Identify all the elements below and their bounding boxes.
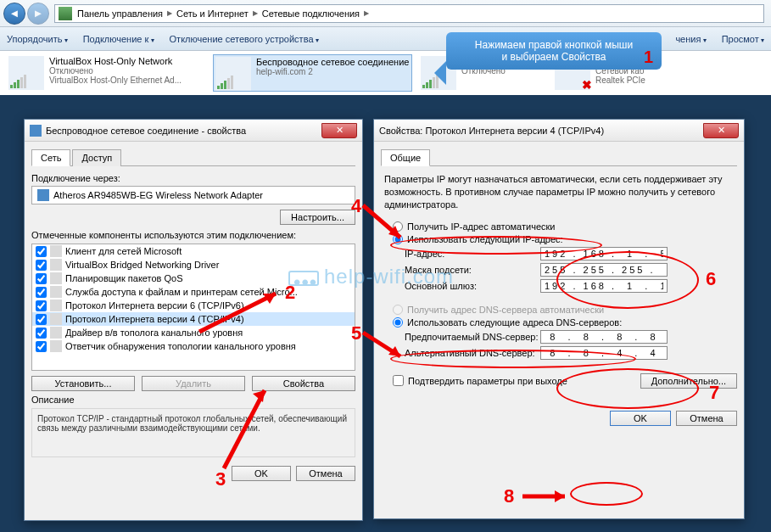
menu-connect[interactable]: Подключение к [83,34,154,44]
ok-button[interactable]: OK [610,411,671,426]
item-label: Драйвер в/в тополога канального уровня [65,328,243,338]
checkbox[interactable] [36,246,47,257]
close-button[interactable]: ✕ [321,123,357,138]
dialog-ipv4: Свойства: Протокол Интернета версии 4 (T… [373,119,745,519]
tooltip-callout: Нажимаем правой кнопкой мыши и выбираем … [446,32,662,70]
dns2-input[interactable] [540,346,668,360]
callout-line1: Нажимаем правой кнопкой мыши [455,39,653,51]
radio[interactable] [393,317,403,328]
list-item[interactable]: Клиент для сетей Microsoft [32,244,355,258]
properties-button[interactable]: Свойства [252,376,355,391]
checkbox[interactable] [36,260,47,271]
dns1-input[interactable] [540,330,668,344]
forward-button[interactable]: ► [27,3,49,25]
mask-input[interactable] [540,263,668,277]
crumb-3[interactable]: Сетевые подключения [260,8,361,19]
menu-disable[interactable]: Отключение сетевого устройства [170,34,319,44]
dialog-title: Свойства: Протокол Интернета версии 4 (T… [379,126,604,136]
item-label: Ответчик обнаружения топологии канальног… [65,341,296,351]
conn-title: VirtualBox Host-Only Network [49,56,204,66]
tab-access[interactable]: Доступ [72,149,121,166]
label-connect-via: Подключение через: [31,173,355,183]
install-button[interactable]: Установить... [31,376,135,391]
wifi-icon [30,125,42,137]
list-item[interactable]: Планировщик пакетов QoS [32,272,355,285]
advanced-button[interactable]: Дополнительно... [640,373,737,389]
back-button[interactable]: ◄ [3,3,25,25]
adapter-field: Atheros AR9485WB-EG Wireless Network Ada… [31,186,355,204]
menu-organize[interactable]: Упорядочить [7,34,68,44]
annotation-1: 1 [644,48,653,67]
conn-device: VirtualBox Host-Only Ethernet Ad... [49,76,204,85]
tab-network[interactable]: Сеть [31,149,70,166]
configure-button[interactable]: Настроить... [280,210,355,225]
radio [393,305,403,315]
dns1-label: Предпочитаемый DNS-сервер: [405,332,540,342]
gateway-input[interactable] [540,279,668,293]
address-bar[interactable]: Панель управления▶ Сеть и Интернет▶ Сете… [54,4,764,23]
item-label: Планировщик пакетов QoS [65,273,183,283]
checkbox[interactable] [36,300,47,311]
close-button[interactable]: ✕ [703,123,739,138]
conn-wireless[interactable]: Беспроводное сетевое соединение help-wif… [213,54,412,92]
checkbox[interactable] [36,314,47,325]
conn-virtualbox[interactable]: VirtualBox Host-Only Network Отключено V… [7,54,206,92]
conn-title: Беспроводное сетевое соединение [256,57,410,67]
checkbox[interactable] [36,328,47,339]
radio[interactable] [393,234,403,244]
gateway-label: Основной шлюз: [405,281,540,291]
component-icon [50,327,62,339]
radio-dns-auto: Получить адрес DNS-сервера автоматически [393,305,737,315]
radio-ip-manual[interactable]: Использовать следующий IP-адрес: [393,234,737,244]
menu-trunc2[interactable]: Просмот [722,34,764,44]
list-item[interactable]: Ответчик обнаружения топологии канальног… [32,339,355,353]
dns2-label: Альтернативный DNS-сервер: [405,348,540,358]
control-panel-icon [59,7,72,20]
tab-general[interactable]: Общие [381,149,430,166]
remove-button[interactable]: Удалить [142,376,245,391]
components-list[interactable]: Клиент для сетей Microsoft VirtualBox Br… [31,244,355,371]
network-icon [8,56,44,90]
dialog-titlebar[interactable]: Беспроводное сетевое соединение - свойст… [25,120,362,142]
item-label: Клиент для сетей Microsoft [65,246,182,256]
radio-label: Использовать следующие адреса DNS-сервер… [407,317,622,328]
list-item[interactable]: Протокол Интернета версии 6 (TCP/IPv6) [32,299,355,312]
tabs: Общие [381,148,737,166]
checkbox[interactable] [36,341,47,352]
item-label: VirtualBox Bridged Networking Driver [65,260,219,270]
confirm-row[interactable]: Подтвердить параметры при выходе Дополни… [393,373,737,389]
list-item[interactable]: Драйвер в/в тополога канального уровня [32,326,355,339]
list-item[interactable]: Служба доступа к файлам и принтерам сете… [32,285,355,299]
component-icon [50,272,62,284]
adapter-icon [37,189,49,201]
checkbox[interactable] [36,287,47,298]
wifi-icon [215,57,251,91]
adapter-name: Atheros AR9485WB-EG Wireless Network Ada… [53,190,263,200]
component-icon [50,259,62,271]
cancel-button[interactable]: Отмена [296,466,355,481]
list-item-ipv4[interactable]: Протокол Интернета версии 4 (TCP/IPv4) [32,312,355,326]
cancel-button[interactable]: Отмена [676,411,737,426]
list-item[interactable]: VirtualBox Bridged Networking Driver [32,258,355,272]
ip-input[interactable] [540,247,668,260]
radio-dns-manual[interactable]: Использовать следующие адреса DNS-сервер… [393,317,737,328]
ok-button[interactable]: OK [232,466,291,481]
crumb-2[interactable]: Сеть и Интернет [175,8,250,19]
checkbox[interactable] [36,273,47,284]
desc-title: Описание [31,395,355,405]
radio-ip-auto[interactable]: Получить IP-адрес автоматически [393,221,737,232]
radio[interactable] [393,221,403,232]
conn-status: help-wifi.com 2 [256,67,410,76]
dialog-title: Беспроводное сетевое соединение - свойст… [46,126,246,136]
radio-label: Получить IP-адрес автоматически [407,221,555,232]
conn-status: Отключено [49,66,204,76]
menu-trunc1[interactable]: чения [675,34,706,44]
conn-device: Realtek PCIe [595,76,679,85]
dialog-titlebar[interactable]: Свойства: Протокол Интернета версии 4 (T… [374,120,744,142]
desc-text: Протокол TCP/IP - стандартный протокол г… [31,408,355,457]
crumb-1[interactable]: Панель управления [75,8,165,19]
callout-line2: и выбираем Свойства [455,51,653,63]
item-label: Протокол Интернета версии 6 (TCP/IPv6) [65,300,244,311]
checkbox-confirm[interactable] [393,375,404,386]
tabs: Сеть Доступ [31,148,355,166]
